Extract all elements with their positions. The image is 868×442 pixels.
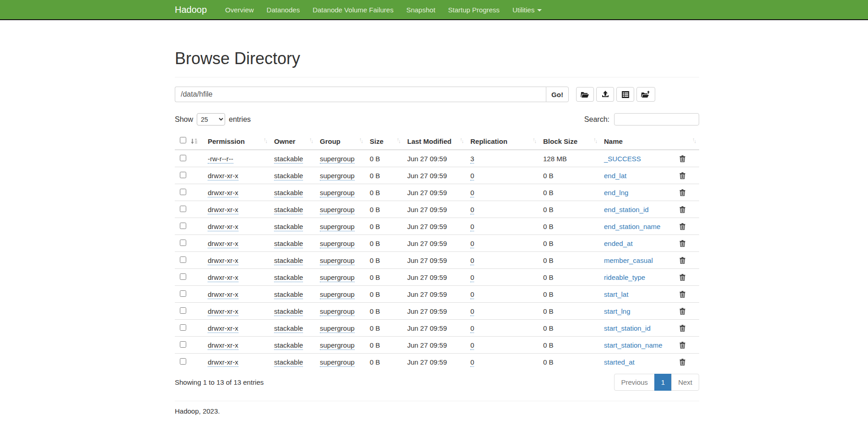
brand-hadoop[interactable]: Hadoop [175, 5, 207, 15]
row-checkbox[interactable] [180, 341, 186, 348]
permission-value[interactable]: drwxr-xr-x [208, 341, 238, 350]
row-checkbox[interactable] [180, 155, 186, 161]
file-link[interactable]: end_lat [604, 172, 626, 180]
row-checkbox[interactable] [180, 240, 186, 246]
permission-value[interactable]: drwxr-xr-x [208, 290, 238, 299]
permission-value[interactable]: drwxr-xr-x [208, 172, 238, 180]
column-header-block-size[interactable]: Block Size↑↓ [539, 133, 600, 150]
permission-value[interactable]: drwxr-xr-x [208, 223, 238, 231]
upload-button[interactable] [596, 87, 614, 102]
nav-datanodes[interactable]: Datanodes [260, 6, 307, 14]
new-folder-button[interactable] [636, 87, 655, 102]
row-checkbox[interactable] [180, 358, 186, 365]
delete-button[interactable] [679, 223, 685, 230]
delete-button[interactable] [679, 240, 685, 247]
file-link[interactable]: end_station_id [604, 206, 649, 213]
pagination-page-1[interactable]: 1 [654, 374, 672, 391]
folder-open-button[interactable] [576, 87, 594, 102]
group-value[interactable]: supergroup [320, 290, 355, 299]
replication-value[interactable]: 3 [470, 155, 474, 164]
owner-value[interactable]: stackable [274, 240, 303, 248]
owner-value[interactable]: stackable [274, 172, 303, 180]
delete-button[interactable] [679, 325, 685, 332]
group-value[interactable]: supergroup [320, 307, 355, 316]
replication-value[interactable]: 0 [470, 223, 474, 231]
delete-button[interactable] [679, 342, 685, 349]
column-header-size[interactable]: Size↑↓ [366, 133, 404, 150]
group-value[interactable]: supergroup [320, 256, 355, 265]
owner-value[interactable]: stackable [274, 256, 303, 265]
file-link[interactable]: started_at [604, 358, 635, 366]
select-all-checkbox[interactable] [180, 137, 186, 143]
file-link[interactable]: member_casual [604, 256, 653, 264]
group-value[interactable]: supergroup [320, 189, 355, 197]
permission-value[interactable]: -rw-r--r-- [208, 155, 233, 164]
row-checkbox[interactable] [180, 324, 186, 331]
search-input[interactable] [614, 113, 699, 126]
list-view-button[interactable] [616, 87, 634, 102]
owner-value[interactable]: stackable [274, 358, 303, 367]
owner-value[interactable]: stackable [274, 206, 303, 214]
delete-button[interactable] [679, 359, 685, 366]
delete-button[interactable] [679, 172, 685, 179]
group-value[interactable]: supergroup [320, 240, 355, 248]
group-value[interactable]: supergroup [320, 155, 355, 164]
delete-button[interactable] [679, 206, 685, 213]
row-checkbox[interactable] [180, 223, 186, 229]
file-link[interactable]: end_station_name [604, 223, 660, 230]
permission-value[interactable]: drwxr-xr-x [208, 240, 238, 248]
nav-utilities-dropdown[interactable]: Utilities [506, 6, 548, 14]
row-checkbox[interactable] [180, 189, 186, 195]
nav-snapshot[interactable]: Snapshot [400, 6, 442, 14]
group-value[interactable]: supergroup [320, 172, 355, 180]
owner-value[interactable]: stackable [274, 223, 303, 231]
delete-button[interactable] [679, 155, 685, 162]
owner-value[interactable]: stackable [274, 307, 303, 316]
owner-value[interactable]: stackable [274, 341, 303, 350]
row-checkbox[interactable] [180, 256, 186, 263]
pagination-previous[interactable]: Previous [614, 374, 654, 391]
file-link[interactable]: start_lng [604, 307, 631, 315]
owner-value[interactable]: stackable [274, 290, 303, 299]
column-header-replication[interactable]: Replication↑↓ [467, 133, 539, 150]
group-value[interactable]: supergroup [320, 358, 355, 367]
permission-value[interactable]: drwxr-xr-x [208, 358, 238, 367]
row-checkbox[interactable] [180, 273, 186, 280]
permission-value[interactable]: drwxr-xr-x [208, 273, 238, 282]
nav-startup-progress[interactable]: Startup Progress [442, 6, 506, 14]
file-link[interactable]: start_lat [604, 290, 628, 298]
replication-value[interactable]: 0 [470, 358, 474, 367]
delete-button[interactable] [679, 291, 685, 298]
file-link[interactable]: end_lng [604, 189, 628, 196]
file-link[interactable]: start_station_name [604, 341, 663, 349]
delete-button[interactable] [679, 274, 685, 281]
column-header-permission[interactable]: Permission↑↓ [204, 133, 270, 150]
permission-value[interactable]: drwxr-xr-x [208, 307, 238, 316]
replication-value[interactable]: 0 [470, 324, 474, 333]
permission-value[interactable]: drwxr-xr-x [208, 256, 238, 265]
file-link[interactable]: start_station_id [604, 324, 651, 332]
permission-value[interactable]: drwxr-xr-x [208, 206, 238, 214]
permission-value[interactable]: drwxr-xr-x [208, 324, 238, 333]
group-value[interactable]: supergroup [320, 324, 355, 333]
group-value[interactable]: supergroup [320, 206, 355, 214]
directory-path-input[interactable] [175, 87, 546, 102]
replication-value[interactable]: 0 [470, 189, 474, 197]
replication-value[interactable]: 0 [470, 307, 474, 316]
owner-value[interactable]: stackable [274, 324, 303, 333]
file-link[interactable]: rideable_type [604, 273, 645, 281]
owner-value[interactable]: stackable [274, 189, 303, 197]
replication-value[interactable]: 0 [470, 256, 474, 265]
file-link[interactable]: ended_at [604, 240, 633, 247]
select-all-header[interactable] [175, 133, 204, 150]
replication-value[interactable]: 0 [470, 172, 474, 180]
column-header-group[interactable]: Group↑↓ [316, 133, 366, 150]
column-header-name[interactable]: Name↑↓ [600, 133, 699, 150]
nav-datanode-volume-failures[interactable]: Datanode Volume Failures [306, 6, 400, 14]
row-checkbox[interactable] [180, 172, 186, 178]
go-button[interactable]: Go! [546, 87, 569, 102]
replication-value[interactable]: 0 [470, 273, 474, 282]
column-header-last-modified[interactable]: Last Modified↑↓ [404, 133, 467, 150]
column-header-owner[interactable]: Owner↑↓ [270, 133, 316, 150]
replication-value[interactable]: 0 [470, 341, 474, 350]
